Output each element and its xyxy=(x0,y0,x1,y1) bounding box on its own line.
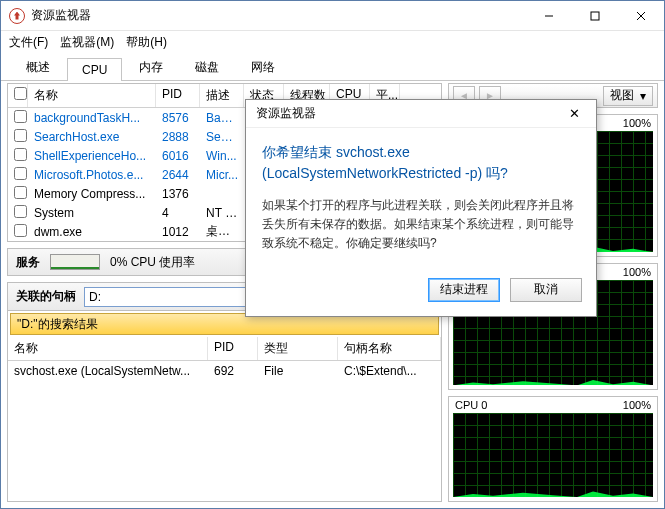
graph-b-pct: 100% xyxy=(623,266,651,278)
services-mini-chart xyxy=(50,254,100,270)
hcol-name[interactable]: 名称 xyxy=(8,337,208,360)
handles-title-label: 关联的句柄 xyxy=(16,288,76,305)
confirm-dialog: 资源监视器 ✕ 你希望结束 svchost.exe (LocalSystemNe… xyxy=(245,99,597,317)
cell-name: svchost.exe (LocalSystemNetw... xyxy=(8,364,208,378)
app-icon xyxy=(9,8,25,24)
close-button[interactable] xyxy=(618,1,664,31)
column-desc[interactable]: 描述 xyxy=(200,84,244,107)
hcol-handle-name[interactable]: 句柄名称 xyxy=(338,337,441,360)
cell-name: Microsoft.Photos.e... xyxy=(28,168,156,182)
tab-memory[interactable]: 内存 xyxy=(124,54,178,80)
cell-type: File xyxy=(258,364,338,378)
menu-help[interactable]: 帮助(H) xyxy=(126,34,167,51)
cell-name: ShellExperienceHo... xyxy=(28,149,156,163)
cell-name: Memory Compress... xyxy=(28,187,156,201)
cell-pid: 6016 xyxy=(156,149,200,163)
graph-a-pct: 100% xyxy=(623,117,651,129)
cell-name: SearchHost.exe xyxy=(28,130,156,144)
dialog-body: 你希望结束 svchost.exe (LocalSystemNetworkRes… xyxy=(246,128,596,278)
menu-monitor[interactable]: 监视器(M) xyxy=(60,34,114,51)
view-dropdown-label: 视图 xyxy=(610,87,634,104)
cell-name: backgroundTaskH... xyxy=(28,111,156,125)
menubar: 文件(F) 监视器(M) 帮助(H) xyxy=(1,31,664,53)
cell-pid: 2644 xyxy=(156,168,200,182)
handles-columns: 名称 PID 类型 句柄名称 xyxy=(8,337,441,361)
cancel-button[interactable]: 取消 xyxy=(510,278,582,302)
view-dropdown[interactable]: 视图 ▾ xyxy=(603,86,653,106)
row-checkbox[interactable] xyxy=(14,167,27,180)
main-tabs: 概述 CPU 内存 磁盘 网络 xyxy=(1,53,664,81)
svg-rect-0 xyxy=(591,12,599,20)
column-checkbox[interactable] xyxy=(8,84,28,107)
tab-disk[interactable]: 磁盘 xyxy=(180,54,234,80)
row-checkbox[interactable] xyxy=(14,224,27,237)
dialog-titlebar: 资源监视器 ✕ xyxy=(246,100,596,128)
cell-pid: 692 xyxy=(208,364,258,378)
end-process-button[interactable]: 结束进程 xyxy=(428,278,500,302)
table-row[interactable]: svchost.exe (LocalSystemNetw...692FileC:… xyxy=(8,361,441,380)
services-usage: 0% CPU 使用率 xyxy=(110,254,195,271)
window-title: 资源监视器 xyxy=(31,7,526,24)
cell-desc: Micr... xyxy=(200,168,244,182)
window-controls xyxy=(526,1,664,31)
cell-desc: Back... xyxy=(200,111,244,125)
cell-desc: Win... xyxy=(200,149,244,163)
minimize-button[interactable] xyxy=(526,1,572,31)
chevron-down-icon: ▾ xyxy=(640,89,646,103)
menu-file[interactable]: 文件(F) xyxy=(9,34,48,51)
dialog-question: 你希望结束 svchost.exe (LocalSystemNetworkRes… xyxy=(262,142,580,184)
cell-pid: 2888 xyxy=(156,130,200,144)
row-checkbox[interactable] xyxy=(14,110,27,123)
cell-desc: NT K... xyxy=(200,206,244,220)
search-results-label: "D:"的搜索结果 xyxy=(17,316,98,333)
row-checkbox[interactable] xyxy=(14,186,27,199)
hcol-type[interactable]: 类型 xyxy=(258,337,338,360)
cell-name: System xyxy=(28,206,156,220)
cell-pid: 8576 xyxy=(156,111,200,125)
graph-c-label: CPU 0 xyxy=(455,399,487,411)
dialog-message: 如果某个打开的程序与此进程关联，则会关闭此程序并且将丢失所有未保存的数据。如果结… xyxy=(262,196,580,254)
row-checkbox[interactable] xyxy=(14,148,27,161)
tab-overview[interactable]: 概述 xyxy=(11,54,65,80)
cell-desc: Sear... xyxy=(200,130,244,144)
services-label: 服务 xyxy=(16,254,40,271)
graph-c-pct: 100% xyxy=(623,399,651,411)
dialog-buttons: 结束进程 取消 xyxy=(246,278,596,316)
select-all-checkbox[interactable] xyxy=(14,87,27,100)
dialog-title: 资源监视器 xyxy=(256,105,562,122)
cell-pid: 4 xyxy=(156,206,200,220)
cell-pid: 1376 xyxy=(156,187,200,201)
cell-name: dwm.exe xyxy=(28,225,156,239)
cell-pid: 1012 xyxy=(156,225,200,239)
dialog-close-button[interactable]: ✕ xyxy=(562,102,586,126)
cell-desc: 桌面... xyxy=(200,223,244,240)
window-titlebar: 资源监视器 xyxy=(1,1,664,31)
column-pid[interactable]: PID xyxy=(156,84,200,107)
tab-network[interactable]: 网络 xyxy=(236,54,290,80)
row-checkbox[interactable] xyxy=(14,129,27,142)
tab-cpu[interactable]: CPU xyxy=(67,58,122,81)
hcol-pid[interactable]: PID xyxy=(208,337,258,360)
graph-cpu0: CPU 0 100% xyxy=(448,396,658,502)
handles-rows: svchost.exe (LocalSystemNetw...692FileC:… xyxy=(8,361,441,380)
row-checkbox[interactable] xyxy=(14,205,27,218)
column-name[interactable]: 名称 xyxy=(28,84,156,107)
cell-handle-name: C:\$Extend\... xyxy=(338,364,441,378)
maximize-button[interactable] xyxy=(572,1,618,31)
